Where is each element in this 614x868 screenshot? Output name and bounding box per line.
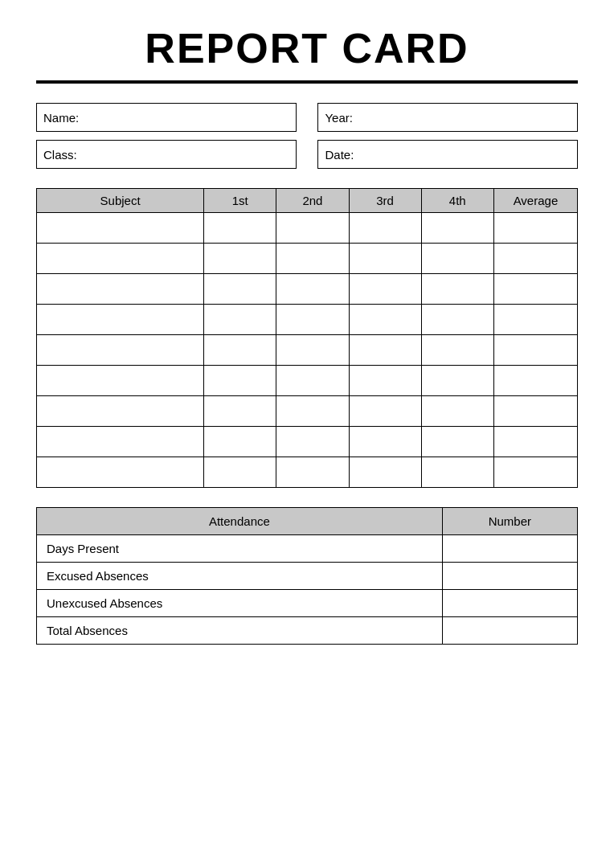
table-row (37, 244, 578, 274)
table-row (37, 366, 578, 396)
days-present-value[interactable] (442, 535, 577, 563)
table-row (37, 427, 578, 457)
list-item: Days Present (37, 535, 578, 563)
attendance-header: Attendance (37, 508, 443, 535)
name-year-row: Name: Year: (36, 103, 578, 132)
number-header: Number (442, 508, 577, 535)
attendance-table: Attendance Number Days Present Excused A… (36, 507, 578, 645)
unexcused-absences-value[interactable] (442, 590, 577, 617)
attendance-header-row: Attendance Number (37, 508, 578, 535)
unexcused-absences-label: Unexcused Absences (37, 590, 443, 617)
report-card-page: REPORT CARD Name: Year: Class: Date: Sub… (0, 0, 614, 868)
grades-table: Subject 1st 2nd 3rd 4th Average (36, 188, 578, 488)
list-item: Total Absences (37, 617, 578, 645)
grades-header-row: Subject 1st 2nd 3rd 4th Average (37, 189, 578, 213)
table-row (37, 396, 578, 427)
2nd-header: 2nd (276, 189, 349, 213)
year-field[interactable]: Year: (317, 103, 578, 132)
total-absences-value[interactable] (442, 617, 577, 645)
list-item: Excused Absences (37, 563, 578, 590)
total-absences-label: Total Absences (37, 617, 443, 645)
year-label: Year: (325, 111, 352, 125)
average-header: Average (493, 189, 577, 213)
name-label: Name: (43, 111, 79, 125)
excused-absences-label: Excused Absences (37, 563, 443, 590)
table-row (37, 274, 578, 305)
table-row (37, 457, 578, 488)
subject-header: Subject (37, 189, 204, 213)
date-field[interactable]: Date: (317, 140, 578, 169)
class-field[interactable]: Class: (36, 140, 297, 169)
3rd-header: 3rd (349, 189, 421, 213)
class-label: Class: (43, 148, 77, 162)
date-label: Date: (325, 148, 354, 162)
list-item: Unexcused Absences (37, 590, 578, 617)
4th-header: 4th (421, 189, 493, 213)
table-row (37, 335, 578, 366)
excused-absences-value[interactable] (442, 563, 577, 590)
class-date-row: Class: Date: (36, 140, 578, 169)
name-field[interactable]: Name: (36, 103, 297, 132)
title-divider (36, 80, 578, 84)
table-row (37, 305, 578, 335)
days-present-label: Days Present (37, 535, 443, 563)
1st-header: 1st (204, 189, 276, 213)
table-row (37, 213, 578, 244)
page-title: REPORT CARD (36, 24, 578, 72)
